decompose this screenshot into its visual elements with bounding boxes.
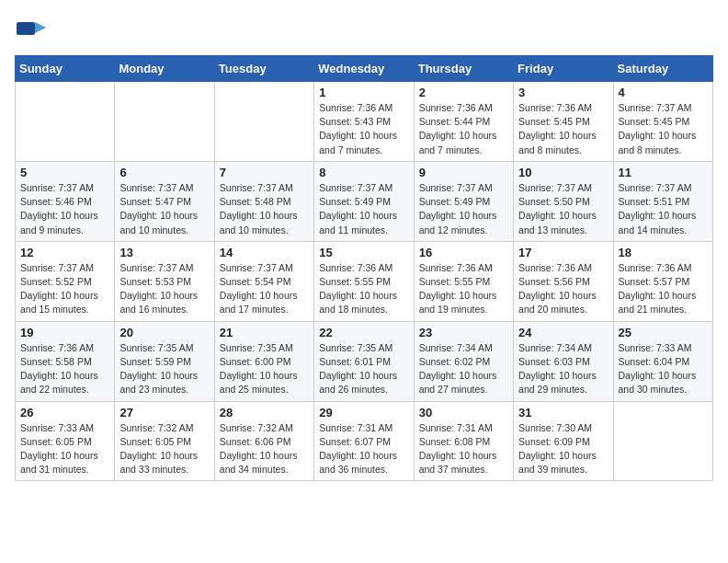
day-cell	[16, 82, 115, 162]
day-number: 14	[220, 246, 309, 259]
week-row-3: 12Sunrise: 7:37 AM Sunset: 5:52 PM Dayli…	[16, 241, 713, 321]
day-cell	[613, 401, 712, 481]
day-cell	[214, 82, 313, 162]
day-number: 28	[220, 406, 309, 419]
day-number: 6	[119, 166, 209, 179]
day-cell	[115, 82, 214, 162]
day-number: 12	[20, 246, 109, 259]
day-info: Sunrise: 7:37 AM Sunset: 5:53 PM Dayligh…	[119, 261, 209, 317]
day-cell: 4Sunrise: 7:37 AM Sunset: 5:45 PM Daylig…	[613, 82, 712, 162]
day-cell: 3Sunrise: 7:36 AM Sunset: 5:45 PM Daylig…	[514, 82, 613, 162]
weekday-header-tuesday: Tuesday	[214, 56, 313, 82]
day-cell: 30Sunrise: 7:31 AM Sunset: 6:08 PM Dayli…	[414, 401, 513, 481]
day-info: Sunrise: 7:37 AM Sunset: 5:46 PM Dayligh…	[20, 181, 109, 237]
weekday-header-thursday: Thursday	[414, 56, 513, 82]
day-number: 3	[518, 86, 608, 99]
day-info: Sunrise: 7:37 AM Sunset: 5:48 PM Dayligh…	[220, 181, 309, 237]
day-info: Sunrise: 7:36 AM Sunset: 5:45 PM Dayligh…	[518, 101, 608, 157]
day-number: 25	[619, 326, 708, 339]
weekday-header-saturday: Saturday	[613, 56, 712, 82]
day-info: Sunrise: 7:35 AM Sunset: 6:00 PM Dayligh…	[220, 341, 309, 397]
day-info: Sunrise: 7:35 AM Sunset: 6:01 PM Dayligh…	[319, 341, 408, 397]
day-number: 17	[518, 246, 608, 259]
day-cell: 2Sunrise: 7:36 AM Sunset: 5:44 PM Daylig…	[414, 82, 513, 162]
day-cell: 16Sunrise: 7:36 AM Sunset: 5:55 PM Dayli…	[414, 241, 513, 321]
weekday-header-monday: Monday	[115, 56, 214, 82]
day-number: 19	[20, 326, 109, 339]
day-cell: 12Sunrise: 7:37 AM Sunset: 5:52 PM Dayli…	[16, 241, 115, 321]
day-cell: 20Sunrise: 7:35 AM Sunset: 5:59 PM Dayli…	[115, 321, 214, 401]
day-info: Sunrise: 7:36 AM Sunset: 5:58 PM Dayligh…	[20, 341, 109, 397]
logo-icon	[15, 15, 46, 46]
weekday-header-row: SundayMondayTuesdayWednesdayThursdayFrid…	[16, 56, 713, 82]
day-info: Sunrise: 7:37 AM Sunset: 5:47 PM Dayligh…	[119, 181, 209, 237]
day-cell: 14Sunrise: 7:37 AM Sunset: 5:54 PM Dayli…	[214, 241, 313, 321]
calendar-table: SundayMondayTuesdayWednesdayThursdayFrid…	[15, 55, 713, 481]
day-info: Sunrise: 7:32 AM Sunset: 6:05 PM Dayligh…	[119, 421, 209, 477]
day-cell: 5Sunrise: 7:37 AM Sunset: 5:46 PM Daylig…	[16, 161, 115, 241]
day-cell: 18Sunrise: 7:36 AM Sunset: 5:57 PM Dayli…	[613, 241, 712, 321]
day-cell: 7Sunrise: 7:37 AM Sunset: 5:48 PM Daylig…	[214, 161, 313, 241]
week-row-2: 5Sunrise: 7:37 AM Sunset: 5:46 PM Daylig…	[16, 161, 713, 241]
day-number: 27	[119, 406, 209, 419]
day-number: 24	[518, 326, 608, 339]
day-number: 29	[319, 406, 408, 419]
day-info: Sunrise: 7:36 AM Sunset: 5:57 PM Dayligh…	[619, 261, 708, 317]
day-cell: 9Sunrise: 7:37 AM Sunset: 5:49 PM Daylig…	[414, 161, 513, 241]
day-number: 21	[220, 326, 309, 339]
weekday-header-wednesday: Wednesday	[314, 56, 414, 82]
calendar-container: SundayMondayTuesdayWednesdayThursdayFrid…	[0, 0, 728, 490]
day-info: Sunrise: 7:35 AM Sunset: 5:59 PM Dayligh…	[119, 341, 209, 397]
day-number: 30	[419, 406, 508, 419]
day-cell: 17Sunrise: 7:36 AM Sunset: 5:56 PM Dayli…	[514, 241, 613, 321]
day-number: 1	[319, 86, 408, 99]
day-cell: 13Sunrise: 7:37 AM Sunset: 5:53 PM Dayli…	[115, 241, 214, 321]
day-info: Sunrise: 7:37 AM Sunset: 5:49 PM Dayligh…	[319, 181, 408, 237]
day-info: Sunrise: 7:37 AM Sunset: 5:50 PM Dayligh…	[518, 181, 608, 237]
day-info: Sunrise: 7:32 AM Sunset: 6:06 PM Dayligh…	[220, 421, 309, 477]
day-info: Sunrise: 7:31 AM Sunset: 6:08 PM Dayligh…	[419, 421, 508, 477]
day-number: 11	[619, 166, 708, 179]
day-info: Sunrise: 7:36 AM Sunset: 5:44 PM Dayligh…	[419, 101, 508, 157]
week-row-4: 19Sunrise: 7:36 AM Sunset: 5:58 PM Dayli…	[16, 321, 713, 401]
day-info: Sunrise: 7:37 AM Sunset: 5:52 PM Dayligh…	[20, 261, 109, 317]
weekday-header-friday: Friday	[514, 56, 613, 82]
day-info: Sunrise: 7:33 AM Sunset: 6:05 PM Dayligh…	[20, 421, 109, 477]
day-number: 13	[119, 246, 209, 259]
day-number: 26	[20, 406, 109, 419]
day-cell: 10Sunrise: 7:37 AM Sunset: 5:50 PM Dayli…	[514, 161, 613, 241]
day-cell: 11Sunrise: 7:37 AM Sunset: 5:51 PM Dayli…	[613, 161, 712, 241]
day-cell: 22Sunrise: 7:35 AM Sunset: 6:01 PM Dayli…	[314, 321, 414, 401]
logo	[15, 15, 48, 46]
day-info: Sunrise: 7:34 AM Sunset: 6:02 PM Dayligh…	[419, 341, 508, 397]
day-number: 31	[518, 406, 608, 419]
day-info: Sunrise: 7:36 AM Sunset: 5:55 PM Dayligh…	[319, 261, 408, 317]
day-cell: 27Sunrise: 7:32 AM Sunset: 6:05 PM Dayli…	[115, 401, 214, 481]
day-number: 5	[20, 166, 109, 179]
day-cell: 31Sunrise: 7:30 AM Sunset: 6:09 PM Dayli…	[514, 401, 613, 481]
day-cell: 21Sunrise: 7:35 AM Sunset: 6:00 PM Dayli…	[214, 321, 313, 401]
week-row-1: 1Sunrise: 7:36 AM Sunset: 5:43 PM Daylig…	[16, 82, 713, 162]
day-cell: 29Sunrise: 7:31 AM Sunset: 6:07 PM Dayli…	[314, 401, 414, 481]
day-info: Sunrise: 7:36 AM Sunset: 5:55 PM Dayligh…	[419, 261, 508, 317]
header	[15, 15, 713, 46]
day-cell: 19Sunrise: 7:36 AM Sunset: 5:58 PM Dayli…	[16, 321, 115, 401]
day-number: 15	[319, 246, 408, 259]
day-info: Sunrise: 7:31 AM Sunset: 6:07 PM Dayligh…	[319, 421, 408, 477]
day-info: Sunrise: 7:36 AM Sunset: 5:56 PM Dayligh…	[518, 261, 608, 317]
day-cell: 24Sunrise: 7:34 AM Sunset: 6:03 PM Dayli…	[514, 321, 613, 401]
day-cell: 1Sunrise: 7:36 AM Sunset: 5:43 PM Daylig…	[314, 82, 414, 162]
day-number: 9	[419, 166, 508, 179]
day-info: Sunrise: 7:34 AM Sunset: 6:03 PM Dayligh…	[518, 341, 608, 397]
day-info: Sunrise: 7:37 AM Sunset: 5:51 PM Dayligh…	[619, 181, 708, 237]
day-cell: 23Sunrise: 7:34 AM Sunset: 6:02 PM Dayli…	[414, 321, 513, 401]
day-cell: 25Sunrise: 7:33 AM Sunset: 6:04 PM Dayli…	[613, 321, 712, 401]
svg-rect-0	[17, 22, 35, 35]
day-number: 18	[619, 246, 708, 259]
day-number: 4	[619, 86, 708, 99]
day-cell: 26Sunrise: 7:33 AM Sunset: 6:05 PM Dayli…	[16, 401, 115, 481]
day-info: Sunrise: 7:37 AM Sunset: 5:49 PM Dayligh…	[419, 181, 508, 237]
day-cell: 8Sunrise: 7:37 AM Sunset: 5:49 PM Daylig…	[314, 161, 414, 241]
day-info: Sunrise: 7:37 AM Sunset: 5:45 PM Dayligh…	[619, 101, 708, 157]
weekday-header-sunday: Sunday	[16, 56, 115, 82]
